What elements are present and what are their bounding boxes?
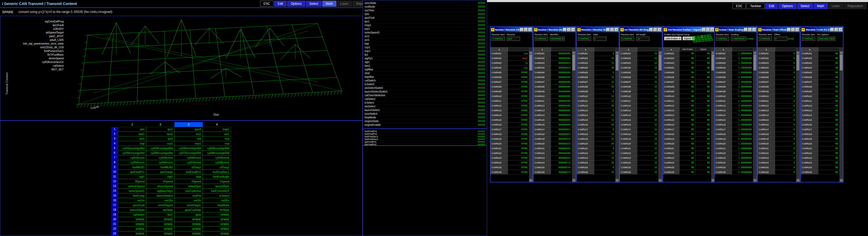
table-row[interactable]: CANRx04 0 bbox=[758, 65, 796, 70]
row-label[interactable]: CANRx13 bbox=[801, 108, 818, 113]
watch-row[interactable]: calSwitch ##### bbox=[365, 79, 485, 82]
scroll-thumb[interactable] bbox=[797, 55, 799, 70]
row-label[interactable]: CANRx19 bbox=[620, 137, 637, 141]
table-row[interactable]: CANRx13 000006D0h bbox=[533, 108, 572, 113]
row-label[interactable]: CANRx05 bbox=[715, 70, 732, 75]
row-label[interactable]: CANRx11 bbox=[491, 99, 508, 103]
row-value-signed[interactable]: NO bbox=[695, 170, 711, 175]
row-label[interactable]: CANRx09 bbox=[533, 89, 551, 94]
slot-cell[interactable]: cyl01Knock bbox=[118, 155, 146, 160]
row-value[interactable]: NO bbox=[818, 85, 839, 89]
transmit-channel-label[interactable]: calSelect bbox=[3, 64, 64, 68]
table-row[interactable]: CANRx08 48 bbox=[577, 85, 615, 89]
watch-row[interactable]: rpm ##### bbox=[365, 12, 485, 16]
watch-row[interactable]: fuelFinalSec1 ###### bbox=[365, 135, 485, 138]
row-label[interactable]: CANRx09 bbox=[663, 89, 680, 94]
row-label[interactable]: CANRx07 bbox=[533, 80, 551, 85]
row-value[interactable]: 0 bbox=[775, 160, 796, 165]
row-label[interactable]: CANRx17 bbox=[715, 127, 732, 132]
row-value-endian[interactable]: NO bbox=[680, 89, 695, 94]
table-row[interactable]: CANRx22 1.00000000 bbox=[715, 151, 753, 156]
row-label[interactable]: CANRx22 bbox=[533, 151, 551, 156]
scrollbar[interactable]: ▲ ▼ bbox=[753, 51, 756, 182]
table-row[interactable]: CANRx23 32 bbox=[577, 156, 615, 160]
slot-cell[interactable]: vvt2Ex bbox=[203, 198, 231, 203]
table-row[interactable]: CANRx04 NO NO bbox=[663, 65, 711, 70]
slot-cell[interactable]: fuelFinalPri1 bbox=[175, 170, 203, 174]
row-label[interactable]: CANRx22 bbox=[758, 151, 775, 156]
row-value-endian[interactable]: NO bbox=[680, 80, 695, 85]
row-label[interactable]: CANRx24 bbox=[491, 160, 508, 165]
row-value[interactable]: 00000660h bbox=[551, 51, 572, 56]
table-row[interactable]: CANRx18 NO NO bbox=[663, 132, 711, 137]
row-value[interactable]: 000006E2h bbox=[551, 137, 572, 141]
slot-cell[interactable]: cyl06Knock bbox=[146, 160, 175, 165]
row-value[interactable]: 1.00000000 bbox=[732, 141, 753, 146]
table-row[interactable]: CANRx19 000006E2h bbox=[533, 137, 572, 141]
table-row[interactable]: CANRx10 NO bbox=[801, 94, 839, 99]
table-row[interactable]: CANRx25 NO NO bbox=[663, 165, 711, 170]
slot-cell[interactable]: limpMode bbox=[203, 203, 231, 207]
menu-button[interactable]: ESC bbox=[260, 1, 274, 7]
scroll-thumb[interactable] bbox=[529, 55, 532, 70]
watch-row[interactable]: eop1 ##### bbox=[365, 49, 485, 53]
row-value[interactable]: 16 bbox=[594, 56, 615, 61]
slot-cell[interactable]: SPARE bbox=[118, 222, 146, 227]
row-label[interactable]: CANRx04 bbox=[533, 65, 551, 70]
row-value-signed[interactable]: NO bbox=[695, 132, 711, 137]
scrollbar[interactable]: ▲ ▼ bbox=[615, 51, 619, 182]
row-label[interactable]: CANRx04 bbox=[801, 65, 818, 70]
slot-cell[interactable]: SPARE bbox=[146, 231, 175, 236]
transmit-channel-label[interactable]: flxTrFuelBase bbox=[3, 53, 64, 57]
slot-cell[interactable]: cyl04Knock bbox=[203, 155, 231, 160]
table-row[interactable]: CANRx19 32 bbox=[577, 137, 615, 141]
row-value[interactable]: 32 bbox=[594, 99, 615, 103]
table-row[interactable]: CANRx12 SPARE bbox=[491, 103, 529, 108]
table-row[interactable]: CANRx09 0 bbox=[758, 89, 796, 94]
row-value[interactable]: 0 bbox=[594, 70, 615, 75]
table-row[interactable]: CANRx23 1.00000000 bbox=[715, 156, 753, 160]
maximize-button[interactable]: □ bbox=[567, 28, 571, 31]
row-value[interactable]: map1 bbox=[508, 56, 529, 61]
table-row[interactable]: CANRx17 0 bbox=[758, 127, 796, 132]
row-value[interactable]: 0 bbox=[594, 89, 615, 94]
row-value[interactable]: 16 bbox=[637, 56, 658, 61]
row-value-endian[interactable]: NO bbox=[680, 160, 695, 165]
row-value[interactable]: 48 bbox=[594, 85, 615, 89]
row-label[interactable]: CANRx10 bbox=[620, 94, 637, 99]
row-label[interactable]: CANRx09 bbox=[491, 89, 508, 94]
watch-row[interactable]: map1 ##### bbox=[365, 24, 485, 27]
table-row[interactable]: CANRx17 000006DCh bbox=[533, 127, 572, 132]
row-label[interactable]: CANRx02 bbox=[577, 56, 594, 61]
table-row[interactable]: CANRx11 NO bbox=[801, 99, 839, 103]
row-label[interactable]: CANRx16 bbox=[533, 122, 551, 127]
row-value-signed[interactable]: NO bbox=[695, 122, 711, 127]
slot-cell[interactable]: cyl08KnockIgnRtd bbox=[203, 150, 231, 155]
transmit-channel-label[interactable]: pitSpeedTarget bbox=[3, 31, 64, 35]
row-label[interactable]: CANRx12 bbox=[533, 103, 551, 108]
row-value[interactable]: SPARE bbox=[508, 117, 529, 122]
table-row[interactable]: CANRx12 16 bbox=[620, 103, 658, 108]
row-label[interactable]: CANRx08 bbox=[491, 85, 508, 89]
slot-cell[interactable]: ignFinalPri1 bbox=[118, 170, 146, 174]
table-row[interactable]: CANRx20 0 bbox=[758, 141, 796, 146]
row-label[interactable]: CANRx12 bbox=[663, 103, 680, 108]
row-label[interactable]: CANRx02 bbox=[758, 56, 775, 61]
table-row[interactable]: CANRx06 NO NO bbox=[663, 75, 711, 80]
row-label[interactable]: CANRx17 bbox=[577, 127, 594, 132]
menu-button[interactable]: Select bbox=[797, 3, 813, 9]
spinner-icon[interactable]: ▲▼ bbox=[562, 37, 564, 40]
row-value[interactable]: NO bbox=[818, 141, 839, 146]
table-row[interactable]: CANRx11 16 bbox=[620, 99, 658, 103]
row-label[interactable]: CANRx15 bbox=[801, 117, 818, 122]
row-value[interactable]: SPARE bbox=[508, 122, 529, 127]
table-row[interactable]: CANRx03 NO NO bbox=[663, 61, 711, 65]
table-row[interactable]: CANRx08 NO bbox=[801, 85, 839, 89]
slot-cell[interactable]: vbat bbox=[175, 174, 203, 179]
row-value[interactable]: 000006F4h bbox=[551, 165, 572, 170]
row-value[interactable]: 0 bbox=[775, 108, 796, 113]
table-row[interactable]: CANRx22 NO bbox=[801, 151, 839, 156]
table-row[interactable]: CANRx07 NO bbox=[801, 80, 839, 85]
row-value[interactable]: 00000688h bbox=[551, 89, 572, 94]
slot-cell[interactable]: ect1 bbox=[175, 132, 203, 136]
